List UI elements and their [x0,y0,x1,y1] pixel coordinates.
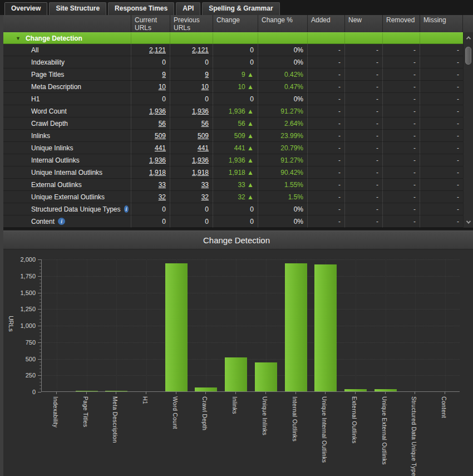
cell-previous-urls[interactable]: 1,936 [170,105,213,117]
chevron-up-icon [466,36,470,41]
cell-current-urls[interactable]: 9 [131,68,170,81]
cell-removed: - [383,68,420,81]
scroll-up-button[interactable] [464,33,473,42]
cell-previous-urls[interactable]: 33 [170,179,213,191]
cell-added: - [308,44,345,56]
cell-current-urls[interactable]: 32 [131,191,170,203]
tab-api[interactable]: API [176,2,200,15]
cell-change-pct: 0% [258,93,308,105]
cell-change-pct: 0.47% [258,81,308,93]
tab-overview[interactable]: Overview [4,2,47,15]
cell-previous-urls[interactable]: 32 [170,191,213,203]
cell-current-urls[interactable]: 1,918 [131,166,170,179]
cell-added: - [308,117,345,130]
cell-current-urls: 0 [131,203,170,215]
table-row-word-count[interactable]: Word Count1,9361,9361,936 ▲91.27%---- [3,105,463,117]
y-major-tick [38,276,41,277]
cell-added: - [308,179,345,191]
cell-previous-urls: 0 [170,215,213,228]
x-tick [86,392,87,394]
table-row-unique-external-outlinks[interactable]: Unique External Outlinks323232 ▲1.5%---- [3,191,463,203]
x-tick [445,392,445,394]
scrollbar-thumb[interactable] [465,47,471,65]
y-minor-tick [40,286,41,287]
row-label: Unique Inlinks [3,142,131,154]
cell-current-urls[interactable]: 10 [131,81,170,93]
tab-response-times[interactable]: Response Times [108,2,174,15]
table-row-content[interactable]: Contenti0000%---- [3,215,463,228]
table-row-all[interactable]: All2,1212,12100%---- [3,44,463,56]
cell-change-pct: 0% [258,44,308,56]
panel-left-edge [0,15,3,476]
gridline-v [445,259,446,391]
x-label-content: Content [441,396,447,418]
tab-site-structure[interactable]: Site Structure [49,2,106,15]
cell-previous-urls[interactable]: 1,936 [170,154,213,166]
y-minor-tick [40,365,41,366]
cell-previous-urls[interactable]: 2,121 [170,44,213,56]
cell-previous-urls[interactable]: 56 [170,117,213,130]
info-icon[interactable]: i [124,205,129,213]
row-label: All [3,44,131,56]
cell-current-urls[interactable]: 441 [131,142,170,154]
table-vertical-scrollbar[interactable] [463,32,473,228]
cell-new: - [345,56,383,68]
cell-previous-urls[interactable]: 1,918 [170,166,213,179]
cell-current-urls[interactable]: 56 [131,117,170,130]
cell-change: 32 ▲ [213,191,258,203]
x-label-crawl-depth: Crawl Depth [201,396,208,430]
cell-current-urls[interactable]: 1,936 [131,105,170,117]
table-row-page-titles[interactable]: Page Titles999 ▲0.42%---- [3,68,463,81]
tab-spelling-grammar[interactable]: Spelling & Grammar [202,2,279,15]
cell-missing: - [420,56,463,68]
row-label: Meta Description [3,81,131,93]
table-row-indexability[interactable]: Indexability0000%---- [3,56,463,68]
y-tick-label: 500 [0,356,36,362]
cell-previous-urls: 0 [170,203,213,215]
cell-added: - [308,105,345,117]
cell-change: 1,936 ▲ [213,154,258,166]
cell-missing: - [420,81,463,93]
table-row-internal-outlinks[interactable]: Internal Outlinks1,9361,9361,936 ▲91.27%… [3,154,463,166]
info-icon[interactable]: i [58,218,65,225]
gridline-v [356,259,356,391]
cell-previous-urls[interactable]: 441 [170,142,213,154]
y-tick-label: 2,000 [0,256,36,263]
table-row-unique-inlinks[interactable]: Unique Inlinks441441441 ▲20.79%---- [3,142,463,154]
cell-current-urls[interactable]: 1,936 [131,154,170,166]
x-tick [415,392,415,394]
cell-change-pct: 23.99% [258,130,308,142]
collapse-triangle-icon[interactable]: ▼ [16,36,21,41]
section-change-detection[interactable]: ▼ Change Detection [3,32,463,44]
y-minor-tick [40,332,41,333]
cell-previous-urls[interactable]: 10 [170,81,213,93]
y-minor-tick [40,316,41,316]
gridline-h [42,326,460,326]
table-row-external-outlinks[interactable]: External Outlinks333333 ▲1.55%---- [3,179,463,191]
table-row-structured-data-unique-types[interactable]: Structured Data Unique Typesi0000%---- [3,203,463,215]
table-row-crawl-depth[interactable]: Crawl Depth565656 ▲2.64%---- [3,117,463,130]
cell-removed: - [383,44,420,56]
cell-previous-urls[interactable]: 509 [170,130,213,142]
cell-change-pct: 0% [258,56,308,68]
table-row-h1[interactable]: H10000%---- [3,93,463,105]
row-label: Crawl Depth [3,117,131,130]
cell-previous-urls[interactable]: 9 [170,68,213,81]
cell-change-pct: 0% [258,215,308,228]
cell-current-urls[interactable]: 2,121 [131,44,170,56]
table-row-inlinks[interactable]: Inlinks509509509 ▲23.99%---- [3,130,463,142]
y-minor-tick [40,369,41,369]
y-minor-tick [40,266,41,267]
scroll-down-button[interactable] [464,218,473,227]
table-row-unique-internal-outlinks[interactable]: Unique Internal Outlinks1,9181,9181,918 … [3,166,463,179]
y-major-tick [38,309,41,310]
y-tick-label: 1,250 [0,306,36,312]
cell-current-urls[interactable]: 509 [131,130,170,142]
y-major-tick [38,375,41,376]
cell-change-pct: 1.55% [258,179,308,191]
bar-unique-internal-outlinks [314,264,337,391]
cell-added: - [308,93,345,105]
table-row-meta-description[interactable]: Meta Description101010 ▲0.47%---- [3,81,463,93]
cell-removed: - [383,117,420,130]
cell-current-urls[interactable]: 33 [131,179,170,191]
